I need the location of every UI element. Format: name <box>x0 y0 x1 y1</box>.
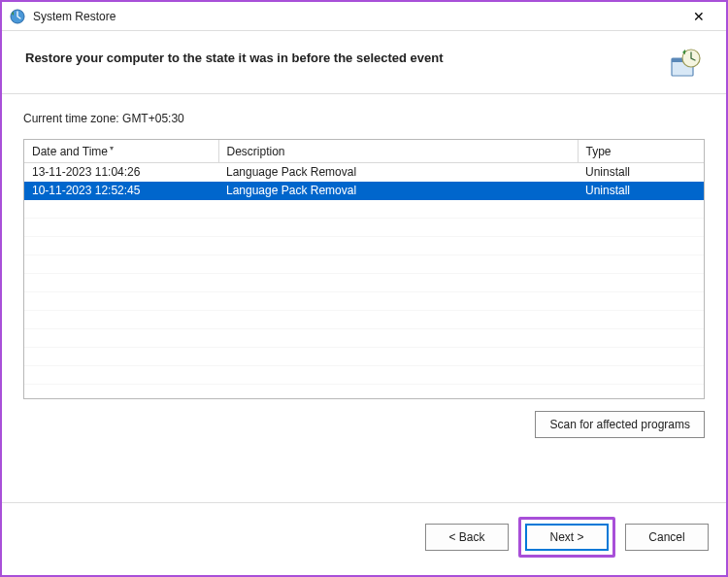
close-button[interactable]: ✕ <box>679 3 718 30</box>
highlight-annotation: Next > <box>518 517 615 558</box>
restore-clock-icon <box>668 47 703 82</box>
cell-type: Uninstall <box>578 163 704 182</box>
system-restore-icon <box>10 9 25 24</box>
restore-points-table: Date and Time▾ Description Type 13-11-20… <box>23 139 705 399</box>
column-type[interactable]: Type <box>578 140 704 163</box>
close-icon: ✕ <box>693 9 705 24</box>
content-panel: Current time zone: GMT+05:30 Date and Ti… <box>2 94 726 502</box>
back-button[interactable]: < Back <box>425 524 509 551</box>
next-button[interactable]: Next > <box>525 524 609 551</box>
cell-datetime: 13-11-2023 11:04:26 <box>24 163 218 182</box>
titlebar: System Restore ✕ <box>2 2 726 31</box>
table-empty-area[interactable] <box>24 200 704 399</box>
footer-buttons: < Back Next > Cancel <box>2 502 726 575</box>
table-body: 13-11-2023 11:04:26Language Pack Removal… <box>24 163 704 200</box>
page-heading: Restore your computer to the state it wa… <box>25 47 668 65</box>
column-description[interactable]: Description <box>218 140 578 163</box>
timezone-label: Current time zone: GMT+05:30 <box>23 112 705 125</box>
table-row[interactable]: 13-11-2023 11:04:26Language Pack Removal… <box>24 163 704 182</box>
cell-datetime: 10-11-2023 12:52:45 <box>24 182 218 200</box>
table-header: Date and Time▾ Description Type <box>24 140 704 163</box>
sort-down-icon: ▾ <box>110 144 114 153</box>
column-datetime-label: Date and Time <box>32 145 108 158</box>
cell-description: Language Pack Removal <box>218 182 578 200</box>
scan-affected-button[interactable]: Scan for affected programs <box>535 411 705 438</box>
cell-type: Uninstall <box>578 182 704 200</box>
header-panel: Restore your computer to the state it wa… <box>2 31 726 94</box>
cancel-button[interactable]: Cancel <box>625 524 709 551</box>
column-datetime[interactable]: Date and Time▾ <box>24 140 218 163</box>
window-title: System Restore <box>33 10 679 23</box>
cell-description: Language Pack Removal <box>218 163 578 182</box>
scan-row: Scan for affected programs <box>23 411 705 438</box>
table-row[interactable]: 10-11-2023 12:52:45Language Pack Removal… <box>24 182 704 200</box>
